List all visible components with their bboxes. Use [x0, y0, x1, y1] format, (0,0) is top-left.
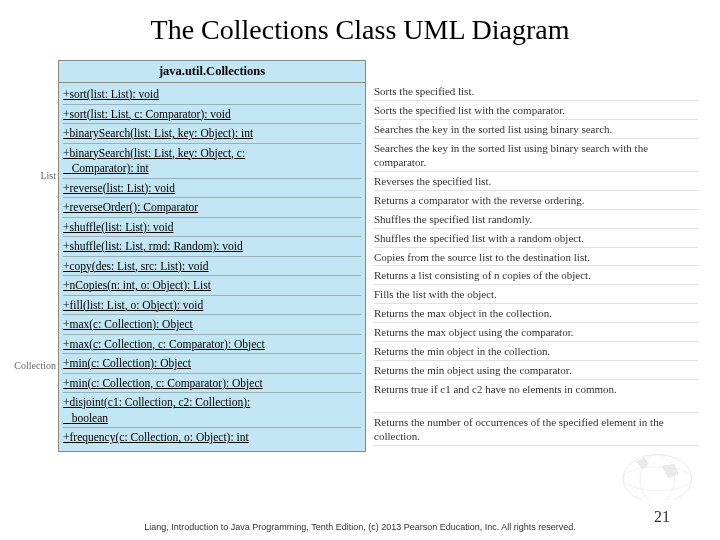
method-description: Reverses the specified list. — [374, 172, 698, 191]
uml-method: +min(c: Collection): Object — [63, 354, 361, 374]
uml-method: +max(c: Collection): Object — [63, 315, 361, 335]
method-description: Returns a list consisting of n copies of… — [374, 266, 698, 285]
method-description: Shuffles the specified list with a rando… — [374, 229, 698, 248]
uml-method: +reverseOrder(): Comparator — [63, 198, 361, 218]
method-description: Shuffles the specified list randomly. — [374, 210, 698, 229]
uml-method: +sort(list: List): void — [63, 85, 361, 105]
uml-method: +min(c: Collection, c: Comparator): Obje… — [63, 374, 361, 394]
method-description: Returns the max object in the collection… — [374, 304, 698, 323]
method-description: Sorts the specified list with the compar… — [374, 101, 698, 120]
uml-method: +fill(list: List, o: Object): void — [63, 296, 361, 316]
uml-method: +nCopies(n: int, o: Object): List — [63, 276, 361, 296]
copyright-footer: Liang, Introduction to Java Programming,… — [0, 522, 720, 532]
method-description: Fills the list with the object. — [374, 285, 698, 304]
uml-class-header: java.util.Collections — [59, 61, 365, 83]
uml-diagram: java.util.Collections +sort(list: List):… — [58, 60, 698, 452]
uml-method: +reverse(list: List): void — [63, 179, 361, 199]
method-description: Returns the min object in the collection… — [374, 342, 698, 361]
method-description: Returns the min object using the compara… — [374, 361, 698, 380]
method-description: Copies from the source list to the desti… — [374, 248, 698, 267]
method-description: Returns true if c1 and c2 have no elemen… — [374, 380, 698, 413]
method-description: Sorts the specified list. — [374, 82, 698, 101]
method-descriptions: Sorts the specified list.Sorts the speci… — [374, 60, 698, 452]
method-description: Searches the key in the sorted list usin… — [374, 120, 698, 139]
uml-method: +frequency(c: Collection, o: Object): in… — [63, 428, 361, 447]
slide-title: The Collections Class UML Diagram — [0, 0, 720, 56]
side-label: Collection — [14, 360, 56, 371]
uml-method: +binarySearch(list: List, key: Object, c… — [63, 144, 361, 179]
uml-method: +binarySearch(list: List, key: Object): … — [63, 124, 361, 144]
uml-method: +shuffle(list: List, rmd: Random): void — [63, 237, 361, 257]
method-description: Returns a comparator with the reverse or… — [374, 191, 698, 210]
uml-method: +disjoint(c1: Collection, c2: Collection… — [63, 393, 361, 428]
uml-method: +sort(list: List, c: Comparator): void — [63, 105, 361, 125]
svg-point-0 — [623, 455, 692, 500]
globe-watermark — [608, 440, 698, 500]
svg-point-1 — [623, 467, 692, 491]
uml-method: +copy(des: List, src: List): void — [63, 257, 361, 277]
page-number: 21 — [654, 508, 670, 526]
uml-method: +max(c: Collection, c: Comparator): Obje… — [63, 335, 361, 355]
uml-method-list: +sort(list: List): void+sort(list: List,… — [59, 83, 365, 451]
method-description: Returns the max object using the compara… — [374, 323, 698, 342]
uml-class-box: java.util.Collections +sort(list: List):… — [58, 60, 366, 452]
side-label: List — [40, 170, 56, 181]
uml-method: +shuffle(list: List): void — [63, 218, 361, 238]
method-description: Searches the key in the sorted list usin… — [374, 139, 698, 173]
